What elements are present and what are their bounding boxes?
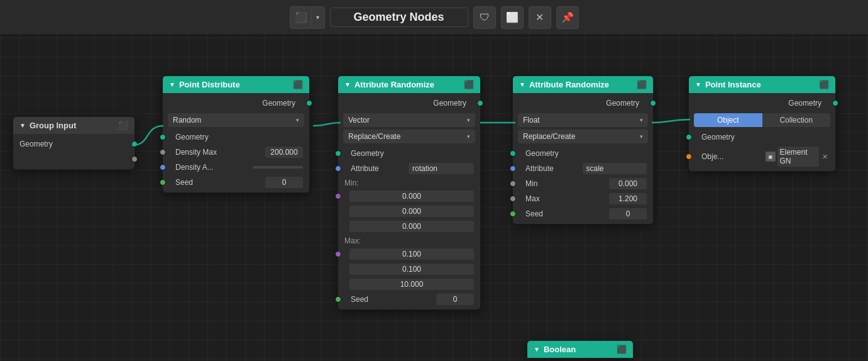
- pd-geo-out-label: Geometry: [169, 99, 303, 108]
- boolean-monitor[interactable]: ⬛: [617, 345, 627, 354]
- ar2-attr-value[interactable]: scale: [583, 163, 647, 174]
- ar1-seed-socket: [335, 296, 341, 303]
- ar1-seed-row: Seed 0: [338, 292, 480, 307]
- ar2-mode-label: Replace/Create: [523, 132, 575, 141]
- pi-tab-group: Object Collection: [694, 113, 830, 127]
- editor-type-group: ⬛ ▾: [290, 6, 325, 29]
- ar2-body: Geometry Float ▾ Replace/Create ▾ Geomet…: [513, 93, 653, 224]
- ar2-min-label: Min: [519, 179, 609, 188]
- pi-tab-object[interactable]: Object: [694, 113, 762, 127]
- pi-obj-socket: [686, 153, 692, 160]
- pi-body: Geometry Object Collection Geometry Obje…: [689, 93, 835, 171]
- ar1-max-z-row: 10.000: [338, 277, 480, 292]
- close-button[interactable]: ✕: [529, 6, 551, 29]
- attribute-randomize-2-node: ▼ Attribute Randomize ⬛ Geometry Float ▾…: [512, 75, 654, 225]
- pd-geo-socket-out: [306, 100, 312, 106]
- pi-obj-row: Obje... ▣ Element GN ✕: [689, 145, 835, 169]
- pd-density-socket: [160, 149, 166, 155]
- copy-button[interactable]: ⬜: [501, 6, 524, 29]
- boolean-header: ▼ Boolean ⬛: [527, 341, 633, 358]
- pi-obj-clear[interactable]: ✕: [821, 153, 829, 161]
- ar1-max-socket: [335, 251, 341, 257]
- ar2-min-value[interactable]: 0.000: [609, 178, 647, 189]
- pd-geo-in-row: Geometry: [163, 130, 309, 145]
- ar1-seed-value[interactable]: 0: [436, 294, 474, 305]
- ar2-geo-socket-in: [510, 150, 516, 157]
- ar2-header: ▼ Attribute Randomize ⬛: [513, 76, 653, 93]
- pd-seed-label: Seed: [169, 178, 265, 187]
- ar1-mode-arrow: ▾: [467, 133, 470, 140]
- pd-collapse-triangle[interactable]: ▼: [169, 81, 175, 88]
- ar2-seed-label: Seed: [519, 209, 609, 218]
- ar1-attr-value[interactable]: rotation: [409, 163, 474, 174]
- ar2-geo-socket-out: [650, 100, 656, 106]
- ar1-collapse-triangle[interactable]: ▼: [344, 81, 351, 88]
- ar1-min-row: 0.000: [338, 189, 480, 204]
- ar1-min-z[interactable]: 0.000: [349, 221, 474, 232]
- pd-seed-value[interactable]: 0: [265, 177, 303, 188]
- editor-type-icon[interactable]: ⬛: [290, 6, 312, 29]
- ar2-min-socket: [510, 181, 516, 187]
- ar1-header: ▼ Attribute Randomize ⬛: [338, 76, 480, 93]
- ar1-min-y[interactable]: 0.000: [349, 206, 474, 217]
- editor-type-dropdown[interactable]: ▾: [311, 6, 325, 29]
- pd-mode-arrow: ▾: [296, 117, 299, 123]
- ar2-seed-value[interactable]: 0: [609, 208, 647, 219]
- ar1-max-z[interactable]: 10.000: [349, 279, 474, 290]
- pd-mode-label: Random: [173, 116, 201, 125]
- ar1-min-section: Min:: [338, 176, 480, 189]
- pd-density-a-label: Density A...: [169, 163, 253, 172]
- pd-geo-socket-in: [160, 134, 166, 140]
- group-input-extra-row: [13, 152, 135, 167]
- ar1-mode-dropdown[interactable]: Replace/Create ▾: [343, 130, 475, 143]
- pi-monitor[interactable]: ⬛: [819, 80, 829, 89]
- ar2-max-socket: [510, 196, 516, 202]
- pi-geo-socket-out: [832, 100, 838, 106]
- pd-seed-socket: [160, 179, 166, 186]
- ar1-min-y-row: 0.000: [338, 204, 480, 219]
- boolean-collapse-triangle[interactable]: ▼: [534, 346, 540, 353]
- ar2-attr-label: Attribute: [519, 164, 583, 173]
- ar1-geo-socket-out: [477, 100, 483, 106]
- ar1-type-label: Vector: [348, 116, 370, 125]
- ar2-mode-dropdown[interactable]: Replace/Create ▾: [518, 130, 648, 143]
- pin-button[interactable]: 📌: [556, 6, 579, 29]
- ar2-title: Attribute Randomize: [529, 80, 609, 89]
- group-input-node: ▼ Group Input ⬛ Geometry: [13, 116, 135, 170]
- ar2-monitor[interactable]: ⬛: [637, 80, 647, 89]
- pd-density-a-row: Density A...: [163, 160, 309, 175]
- pi-header: ▼ Point Instance ⬛: [689, 76, 835, 93]
- ar2-max-value[interactable]: 1.200: [609, 193, 647, 204]
- pi-obj-icon: ▣: [766, 152, 776, 162]
- pd-mode-dropdown[interactable]: Random ▾: [168, 113, 304, 127]
- ar1-type-dropdown[interactable]: Vector ▾: [343, 113, 475, 127]
- group-input-body: Geometry: [13, 134, 135, 169]
- ar2-type-dropdown[interactable]: Float ▾: [518, 113, 648, 127]
- ar2-max-label: Max: [519, 194, 609, 203]
- ar1-max-x[interactable]: 0.100: [349, 248, 474, 260]
- ar2-collapse-triangle[interactable]: ▼: [519, 81, 525, 88]
- topbar-title: Geometry Nodes: [330, 8, 468, 27]
- pi-collapse-triangle[interactable]: ▼: [695, 81, 701, 88]
- shield-button[interactable]: 🛡: [473, 6, 496, 29]
- ar2-geo-in-row: Geometry: [513, 146, 653, 161]
- ar2-type-label: Float: [523, 116, 540, 125]
- ar1-min-x[interactable]: 0.000: [349, 191, 474, 202]
- pi-tab-collection[interactable]: Collection: [762, 113, 831, 127]
- point-distribute-body: Geometry Random ▾ Geometry Density Max 2…: [163, 93, 309, 192]
- ar1-monitor[interactable]: ⬛: [464, 80, 474, 89]
- pd-density-a-value[interactable]: [253, 166, 303, 169]
- pi-obj-value[interactable]: Element GN: [777, 147, 820, 167]
- pi-geo-socket-in: [686, 134, 692, 140]
- pd-seed-row: Seed 0: [163, 175, 309, 190]
- pi-obj-label: Obje...: [695, 152, 766, 161]
- pd-monitor[interactable]: ⬛: [293, 80, 303, 89]
- ar1-geo-out-label: Geometry: [344, 99, 474, 108]
- ar1-max-y[interactable]: 0.100: [349, 264, 474, 275]
- group-input-extra-socket: [131, 156, 138, 162]
- collapse-triangle[interactable]: ▼: [19, 122, 26, 129]
- pd-density-max-value[interactable]: 200.000: [265, 147, 303, 158]
- pd-geo-in-label: Geometry: [169, 133, 303, 142]
- group-input-monitor[interactable]: ⬛: [118, 121, 128, 130]
- topbar: ⬛ ▾ Geometry Nodes 🛡 ⬜ ✕ 📌: [0, 0, 868, 35]
